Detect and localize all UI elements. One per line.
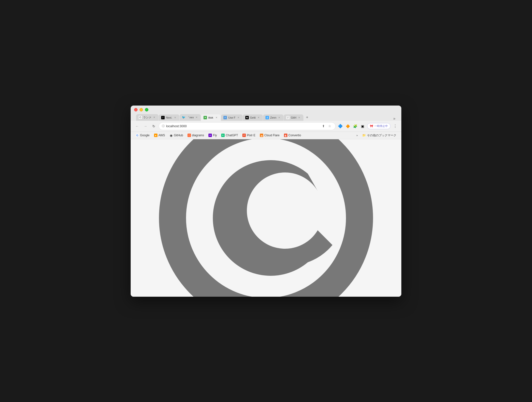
bookmark-aws[interactable]: ▲ AWS [152, 133, 167, 138]
title-bar: © ランァ ✕ / Next. ✕ 🐦 「nex ✕ ✦ ittok ✕ [131, 106, 401, 121]
tab-github[interactable]: / GitH ✕ [284, 114, 303, 121]
maximize-button[interactable] [145, 108, 148, 111]
bookmark-diagrams[interactable]: ⬡ diagrams [186, 133, 206, 138]
extensions-area: 🔷 🔶 🧩 ▣ [337, 123, 366, 129]
security-icon: ⓘ [162, 124, 165, 128]
bookmark-pixlr[interactable]: P Pixlr E [240, 133, 257, 138]
tab-nex2-label: 「nex [187, 116, 194, 119]
tab-next-icon: / [161, 116, 165, 119]
bookmark-pixlr-label: Pixlr E [247, 134, 255, 137]
tab-ittoku-icon: ✦ [203, 116, 207, 119]
bookmark-folder-other[interactable]: 📁 その他のブックマーク [360, 133, 398, 138]
tab-next-close[interactable]: ✕ [173, 116, 177, 119]
tab-use-icon: F [223, 116, 227, 119]
sidebar-toggle-icon[interactable]: ▣ [359, 123, 366, 129]
google-icon: G [136, 134, 139, 137]
bookmarks-overflow-button[interactable]: » [354, 133, 360, 138]
new-tab-button[interactable]: + [304, 114, 311, 121]
tab-use-label: Use F [228, 116, 235, 119]
bookmark-diagrams-label: diagrams [192, 134, 204, 137]
back-button[interactable]: ← [134, 123, 141, 130]
tab-ittoku-label: ittok [208, 116, 213, 119]
tabs-bar: © ランァ ✕ / Next. ✕ 🐦 「nex ✕ ✦ ittok ✕ [134, 114, 398, 121]
tab-github-label: GitH [291, 116, 296, 119]
tab-use[interactable]: F Use F ✕ [221, 114, 242, 121]
bookmark-chatgpt[interactable]: ✦ ChatGPT [219, 133, 240, 138]
aws-icon: ▲ [154, 134, 157, 137]
minimize-button[interactable] [140, 108, 143, 111]
tab-randa[interactable]: © ランァ ✕ [136, 114, 158, 121]
convertio-icon: ◐ [284, 134, 287, 137]
bookmark-convertio[interactable]: ◐ Convertio [282, 133, 303, 138]
tab-zenn-label: Zenn [270, 116, 276, 119]
extension-1-icon[interactable]: 🔶 [344, 123, 351, 129]
tab-getti-icon: N [245, 116, 249, 119]
bookmark-github[interactable]: ◉ GitHub [168, 133, 185, 138]
address-right-buttons: ⬆ ☆ [321, 124, 332, 129]
cloudflare-icon: ☁ [260, 134, 263, 137]
tabs-overflow-button[interactable]: » [391, 116, 398, 121]
copyright-display [131, 139, 401, 297]
tab-ittoku-close[interactable]: ✕ [215, 116, 218, 119]
share-icon[interactable]: ⬆ [321, 124, 326, 129]
bookmark-google[interactable]: G Google [134, 133, 152, 138]
bookmark-github-label: GitHub [174, 134, 183, 137]
tab-nex2[interactable]: 🐦 「nex ✕ [180, 114, 201, 121]
url-text: localhost:3000 [166, 124, 319, 128]
tab-next[interactable]: / Next. ✕ [159, 114, 179, 121]
tab-zenn-close[interactable]: ✕ [278, 116, 281, 119]
browser-window: © ランァ ✕ / Next. ✕ 🐦 「nex ✕ ✦ ittok ✕ [131, 106, 401, 297]
bookmark-fly[interactable]: ✦ Fly [206, 133, 219, 138]
tab-nex2-icon: 🐦 [182, 116, 186, 119]
pixlr-icon: P [242, 134, 246, 137]
fly-icon: ✦ [208, 134, 212, 137]
tab-getti-close[interactable]: ✕ [257, 116, 260, 119]
forward-button[interactable]: → [142, 123, 149, 130]
extension-puzzle-icon[interactable]: 🧩 [352, 123, 358, 129]
pause-avatar: 🎀 [370, 124, 373, 128]
bookmark-google-label: Google [140, 134, 150, 137]
tab-use-close[interactable]: ✕ [237, 116, 240, 119]
bookmark-aws-label: AWS [158, 134, 165, 137]
bookmark-cloudflare[interactable]: ☁ Cloud Flare [258, 133, 282, 138]
browser-menu-button[interactable]: ⋮ [392, 123, 398, 129]
tab-github-close[interactable]: ✕ [297, 116, 301, 119]
overflow-symbol: » [356, 134, 358, 137]
extension-metamask-icon[interactable]: 🔷 [337, 123, 344, 129]
tab-randa-icon: © [139, 116, 142, 119]
bookmark-fly-label: Fly [213, 134, 217, 137]
pause-label: 一時停止中 [374, 124, 388, 128]
address-bar[interactable]: ⓘ localhost:3000 ⬆ ☆ [159, 122, 336, 130]
tab-github-icon: / [286, 116, 290, 119]
reload-button[interactable]: ↻ [150, 123, 157, 130]
github-bm-icon: ◉ [170, 134, 173, 137]
folder-label: その他のブックマーク [367, 133, 396, 138]
tab-zenn[interactable]: Z Zenn ✕ [263, 114, 283, 121]
tab-randa-close[interactable]: ✕ [153, 116, 156, 119]
bookmark-chatgpt-label: ChatGPT [226, 134, 238, 137]
pause-button[interactable]: 🎀 一時停止中 [367, 123, 391, 129]
tab-getti-label: Getti [250, 116, 256, 119]
diagrams-icon: ⬡ [188, 134, 191, 137]
tab-getti[interactable]: N Getti ✕ [243, 114, 263, 121]
tab-randa-label: ランァ [143, 116, 151, 119]
tab-nex2-close[interactable]: ✕ [195, 116, 198, 119]
bookmarks-bar: G Google ▲ AWS ◉ GitHub ⬡ diagrams ✦ Fly… [131, 132, 401, 139]
tab-ittoku[interactable]: ✦ ittok ✕ [201, 114, 221, 121]
bookmark-convertio-label: Convertio [288, 134, 301, 137]
chatgpt-icon: ✦ [221, 134, 225, 137]
folder-icon: 📁 [362, 134, 366, 137]
tab-next-label: Next. [166, 116, 172, 119]
nav-bar: ← → ↻ ⓘ localhost:3000 ⬆ ☆ 🔷 🔶 🧩 ▣ 🎀 一時停… [131, 121, 401, 132]
window-controls [134, 108, 398, 114]
bookmark-star-icon[interactable]: ☆ [327, 124, 332, 129]
bookmark-cloudflare-label: Cloud Flare [264, 134, 280, 137]
close-button[interactable] [134, 108, 138, 111]
tab-zenn-icon: Z [266, 116, 269, 119]
copyright-svg [131, 139, 401, 297]
page-content [131, 139, 401, 297]
